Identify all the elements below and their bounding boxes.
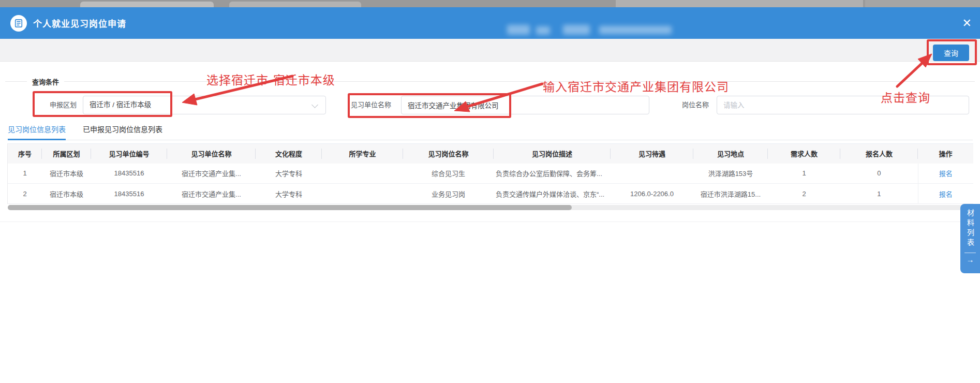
signup-link[interactable]: 报名 — [939, 170, 953, 178]
redacted-text — [536, 26, 550, 35]
column-header-3: 见习单位名称 — [167, 144, 256, 164]
document-icon — [10, 15, 27, 32]
legend-divider — [5, 81, 27, 82]
column-header-6: 见习岗位名称 — [403, 144, 494, 164]
table-cell: 2 — [768, 184, 840, 204]
horizontal-scrollbar-track[interactable] — [8, 205, 962, 210]
table-cell — [611, 164, 693, 184]
table-cell: 1206.0-2206.0 — [611, 184, 693, 204]
modal-header: 个人就业见习岗位申请 ✕ — [0, 7, 980, 39]
table-cell: 宿迁市洪泽湖路15... — [693, 184, 768, 204]
table-cell: 18435516 — [91, 164, 167, 184]
column-header-1: 所属区划 — [42, 144, 91, 164]
tab-applied-post-list[interactable]: 已申报见习岗位信息列表 — [83, 122, 162, 140]
expand-arrow-icon: → — [967, 256, 974, 263]
table-cell: 宿迁市交通产业集... — [167, 184, 256, 204]
background-panel — [616, 0, 863, 7]
query-button[interactable]: 查询 — [933, 45, 969, 61]
column-header-2: 见习单位编号 — [91, 144, 167, 164]
column-header-0: 序号 — [8, 144, 42, 164]
region-select[interactable]: 宿迁市 / 宿迁市本级 — [83, 96, 326, 114]
table-cell: 负责综合办公室后勤保障、会务筹... — [494, 164, 611, 184]
table-cell — [322, 184, 403, 204]
application-window: 个人就业见习岗位申请 ✕ 查询 查询条件 申报区划 宿迁市 / 宿迁市本级 见习… — [0, 0, 980, 383]
column-header-8: 见习待遇 — [611, 144, 693, 164]
tab-internship-post-list[interactable]: 见习岗位信息列表 — [8, 122, 66, 140]
table-cell: 宿迁市本级 — [42, 184, 91, 204]
table-cell: 2 — [8, 184, 42, 204]
table-row: 1宿迁市本级18435516宿迁市交通产业集...大学专科综合见习生负责综合办公… — [8, 164, 973, 184]
signup-link[interactable]: 报名 — [939, 190, 953, 198]
panel-divider — [964, 253, 976, 253]
background-panel — [865, 0, 980, 7]
table-cell: 大学专科 — [256, 164, 322, 184]
table-cell: 1 — [768, 164, 840, 184]
column-header-11: 报名人数 — [840, 144, 918, 164]
chevron-down-icon — [311, 101, 318, 108]
table-bottom-border — [0, 222, 973, 222]
page-title: 个人就业见习岗位申请 — [33, 17, 126, 30]
table-cell: 18435516 — [91, 184, 167, 204]
post-field-label: 岗位名称 — [682, 96, 709, 114]
table-cell: 宿迁市交通产业集... — [167, 164, 256, 184]
table-cell: 大学专科 — [256, 184, 322, 204]
redacted-text — [563, 25, 590, 35]
query-conditions-legend: 查询条件 — [5, 77, 975, 86]
column-header-5: 所学专业 — [322, 144, 403, 164]
material-list-panel[interactable]: 材料列表 → — [960, 204, 980, 273]
tab-bar: 见习岗位信息列表 已申报见习岗位信息列表 — [8, 122, 973, 140]
region-field-label: 申报区划 — [50, 96, 77, 114]
background-panel — [80, 2, 214, 7]
table-cell: 业务见习岗 — [403, 184, 494, 204]
column-header-12: 操作 — [918, 144, 973, 164]
table-cell: 宿迁市本级 — [42, 164, 91, 184]
company-name-input[interactable] — [401, 96, 649, 114]
region-select-value: 宿迁市 / 宿迁市本级 — [90, 101, 151, 109]
redacted-text — [599, 26, 672, 34]
table-header-row: 序号所属区划见习单位编号见习单位名称文化程度所学专业见习岗位名称见习岗位描述见习… — [8, 144, 973, 164]
close-icon[interactable]: ✕ — [962, 18, 972, 29]
table-cell: 洪泽湖路153号 — [693, 164, 768, 184]
table-cell — [322, 164, 403, 184]
column-header-4: 文化程度 — [256, 144, 322, 164]
column-header-7: 见习岗位描述 — [494, 144, 611, 164]
horizontal-scrollbar-thumb[interactable] — [8, 205, 572, 210]
table-cell: 1 — [8, 164, 42, 184]
background-panel — [229, 2, 361, 7]
table-row: 2宿迁市本级18435516宿迁市交通产业集...大学专科业务见习岗负责交通传媒… — [8, 184, 973, 204]
results-table: 序号所属区划见习单位编号见习单位名称文化程度所学专业见习岗位名称见习岗位描述见习… — [7, 143, 973, 204]
background-page-strip — [0, 0, 980, 7]
table-cell: 0 — [840, 164, 918, 184]
redacted-text — [507, 25, 530, 35]
post-name-input[interactable] — [717, 96, 969, 114]
legend-divider — [64, 81, 975, 82]
column-header-10: 需求人数 — [768, 144, 840, 164]
table-cell: 报名 — [918, 164, 973, 184]
material-list-label: 材料列表 — [967, 209, 974, 248]
toolbar — [0, 39, 980, 62]
legend-label: 查询条件 — [32, 77, 59, 86]
table-cell: 1 — [840, 184, 918, 204]
table-cell: 综合见习生 — [403, 164, 494, 184]
company-field-label: 见习单位名称 — [351, 96, 391, 114]
table-cell: 报名 — [918, 184, 973, 204]
table-cell: 负责交通传媒户外媒体洽谈、京东“... — [494, 184, 611, 204]
column-header-9: 见习地点 — [693, 144, 768, 164]
